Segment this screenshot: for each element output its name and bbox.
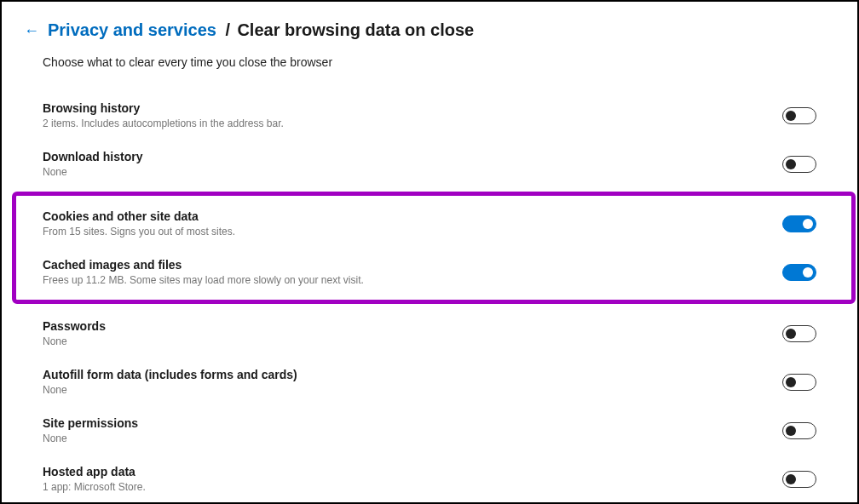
setting-title: Site permissions: [43, 416, 138, 430]
setting-desc: Frees up 11.2 MB. Some sites may load mo…: [43, 274, 364, 286]
breadcrumb-link-privacy[interactable]: Privacy and services: [48, 20, 216, 39]
setting-desc: None: [43, 335, 106, 347]
setting-desc: None: [43, 384, 297, 396]
setting-desc: None: [43, 432, 138, 444]
highlight-annotation: Cookies and other site data From 15 site…: [12, 192, 856, 304]
breadcrumb: ← Privacy and services / Clear browsing …: [24, 20, 816, 40]
toggle-cache[interactable]: [782, 264, 816, 281]
setting-row-download-history: Download history None: [43, 141, 816, 190]
setting-row-browsing-history: Browsing history 2 items. Includes autoc…: [43, 93, 816, 141]
toggle-download-history[interactable]: [782, 156, 816, 173]
toggle-passwords[interactable]: [782, 325, 816, 342]
setting-title: Autofill form data (includes forms and c…: [43, 368, 297, 381]
setting-title: Passwords: [43, 319, 106, 333]
setting-desc: 1 app: Microsoft Store.: [43, 481, 146, 493]
toggle-browsing-history[interactable]: [782, 107, 816, 124]
setting-title: Cached images and files: [43, 258, 364, 272]
setting-row-hosted-app: Hosted app data 1 app: Microsoft Store.: [43, 456, 816, 504]
setting-title: Download history: [43, 150, 142, 163]
setting-desc: None: [43, 166, 142, 178]
settings-list: Browsing history 2 items. Includes autoc…: [43, 93, 816, 504]
settings-page: ← Privacy and services / Clear browsing …: [2, 2, 857, 504]
setting-row-cookies: Cookies and other site data From 15 site…: [43, 201, 816, 249]
setting-row-cache: Cached images and files Frees up 11.2 MB…: [43, 249, 816, 298]
setting-row-site-permissions: Site permissions None: [43, 408, 816, 456]
setting-row-autofill: Autofill form data (includes forms and c…: [43, 359, 816, 408]
setting-desc: 2 items. Includes autocompletions in the…: [43, 117, 284, 129]
toggle-autofill[interactable]: [782, 374, 816, 391]
back-arrow-icon[interactable]: ←: [24, 23, 39, 38]
page-title: Clear browsing data on close: [237, 20, 474, 39]
toggle-cookies[interactable]: [782, 215, 816, 232]
toggle-site-permissions[interactable]: [782, 422, 816, 439]
breadcrumb-separator: /: [225, 20, 230, 39]
toggle-hosted-app[interactable]: [782, 471, 816, 488]
page-subheading: Choose what to clear every time you clos…: [43, 55, 816, 69]
setting-title: Cookies and other site data: [43, 209, 235, 223]
setting-title: Hosted app data: [43, 465, 146, 478]
setting-desc: From 15 sites. Signs you out of most sit…: [43, 226, 235, 238]
setting-title: Browsing history: [43, 101, 284, 115]
setting-row-passwords: Passwords None: [43, 311, 816, 359]
